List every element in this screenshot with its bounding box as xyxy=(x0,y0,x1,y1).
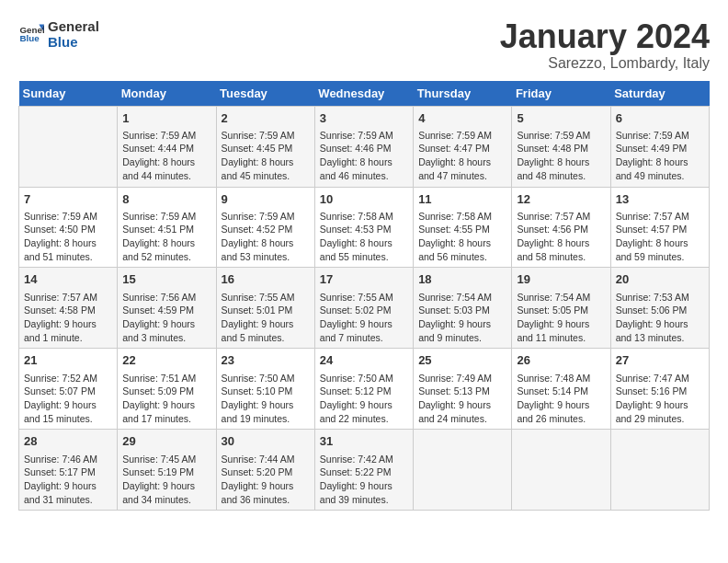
calendar-cell: 11Sunrise: 7:58 AMSunset: 4:55 PMDayligh… xyxy=(414,187,512,268)
col-tuesday: Tuesday xyxy=(216,81,314,107)
day-number: 19 xyxy=(517,271,605,288)
calendar-cell: 23Sunrise: 7:50 AMSunset: 5:10 PMDayligh… xyxy=(216,349,314,430)
calendar-cell: 1Sunrise: 7:59 AMSunset: 4:44 PMDaylight… xyxy=(118,106,216,187)
day-number: 3 xyxy=(320,110,408,127)
month-title: January 2024 xyxy=(500,18,710,55)
calendar-cell: 14Sunrise: 7:57 AMSunset: 4:58 PMDayligh… xyxy=(19,268,118,349)
day-info: Sunrise: 7:56 AMSunset: 4:59 PMDaylight:… xyxy=(122,291,210,345)
day-number: 25 xyxy=(418,352,506,369)
day-info: Sunrise: 7:55 AMSunset: 5:01 PMDaylight:… xyxy=(222,291,310,345)
logo: General Blue General Blue xyxy=(18,18,99,50)
calendar-cell: 20Sunrise: 7:53 AMSunset: 5:06 PMDayligh… xyxy=(610,268,709,349)
day-number: 24 xyxy=(320,352,408,369)
calendar-cell: 30Sunrise: 7:44 AMSunset: 5:20 PMDayligh… xyxy=(216,430,314,511)
day-info: Sunrise: 7:44 AMSunset: 5:20 PMDaylight:… xyxy=(222,453,310,507)
calendar-week-3: 14Sunrise: 7:57 AMSunset: 4:58 PMDayligh… xyxy=(19,268,710,349)
day-number: 30 xyxy=(222,433,310,450)
day-number: 10 xyxy=(320,191,408,208)
calendar-cell: 15Sunrise: 7:56 AMSunset: 4:59 PMDayligh… xyxy=(118,268,216,349)
day-info: Sunrise: 7:59 AMSunset: 4:50 PMDaylight:… xyxy=(24,210,112,264)
day-number: 2 xyxy=(222,110,310,127)
day-info: Sunrise: 7:48 AMSunset: 5:14 PMDaylight:… xyxy=(517,372,605,426)
day-number: 20 xyxy=(616,271,704,288)
day-number: 15 xyxy=(122,271,210,288)
calendar-cell: 9Sunrise: 7:59 AMSunset: 4:52 PMDaylight… xyxy=(216,187,314,268)
logo-icon: General Blue xyxy=(18,21,44,47)
day-info: Sunrise: 7:47 AMSunset: 5:16 PMDaylight:… xyxy=(616,372,704,426)
logo-text-line2: Blue xyxy=(48,34,99,50)
column-headers: Sunday Monday Tuesday Wednesday Thursday… xyxy=(19,81,710,107)
day-info: Sunrise: 7:57 AMSunset: 4:56 PMDaylight:… xyxy=(517,210,605,264)
calendar-cell: 28Sunrise: 7:46 AMSunset: 5:17 PMDayligh… xyxy=(19,430,118,511)
calendar-cell: 4Sunrise: 7:59 AMSunset: 4:47 PMDaylight… xyxy=(414,106,512,187)
day-info: Sunrise: 7:55 AMSunset: 5:02 PMDaylight:… xyxy=(320,291,408,345)
day-number: 28 xyxy=(24,433,112,450)
calendar-week-1: 1Sunrise: 7:59 AMSunset: 4:44 PMDaylight… xyxy=(19,106,710,187)
calendar-cell xyxy=(610,430,709,511)
calendar-cell: 31Sunrise: 7:42 AMSunset: 5:22 PMDayligh… xyxy=(314,430,413,511)
day-number: 31 xyxy=(320,433,408,450)
calendar-cell: 8Sunrise: 7:59 AMSunset: 4:51 PMDaylight… xyxy=(118,187,216,268)
day-info: Sunrise: 7:59 AMSunset: 4:45 PMDaylight:… xyxy=(222,129,310,183)
day-number: 9 xyxy=(222,191,310,208)
day-info: Sunrise: 7:50 AMSunset: 5:12 PMDaylight:… xyxy=(320,372,408,426)
day-number: 29 xyxy=(122,433,210,450)
page-header: General Blue General Blue January 2024 S… xyxy=(18,18,710,72)
day-number: 23 xyxy=(222,352,310,369)
col-wednesday: Wednesday xyxy=(314,81,413,107)
svg-text:Blue: Blue xyxy=(19,33,40,43)
calendar-cell xyxy=(512,430,610,511)
day-number: 18 xyxy=(418,271,506,288)
day-number: 7 xyxy=(24,191,112,208)
calendar-cell: 22Sunrise: 7:51 AMSunset: 5:09 PMDayligh… xyxy=(118,349,216,430)
day-info: Sunrise: 7:59 AMSunset: 4:51 PMDaylight:… xyxy=(122,210,210,264)
col-sunday: Sunday xyxy=(19,81,118,107)
day-number: 8 xyxy=(122,191,210,208)
day-info: Sunrise: 7:59 AMSunset: 4:52 PMDaylight:… xyxy=(222,210,310,264)
day-info: Sunrise: 7:57 AMSunset: 4:58 PMDaylight:… xyxy=(24,291,112,345)
day-info: Sunrise: 7:57 AMSunset: 4:57 PMDaylight:… xyxy=(616,210,704,264)
calendar-table: Sunday Monday Tuesday Wednesday Thursday… xyxy=(18,81,710,511)
day-info: Sunrise: 7:50 AMSunset: 5:10 PMDaylight:… xyxy=(222,372,310,426)
day-info: Sunrise: 7:45 AMSunset: 5:19 PMDaylight:… xyxy=(122,453,210,507)
day-info: Sunrise: 7:59 AMSunset: 4:46 PMDaylight:… xyxy=(320,129,408,183)
logo-text-line1: General xyxy=(48,18,99,34)
day-number: 16 xyxy=(222,271,310,288)
calendar-cell: 10Sunrise: 7:58 AMSunset: 4:53 PMDayligh… xyxy=(314,187,413,268)
day-number: 6 xyxy=(616,110,704,127)
calendar-cell: 18Sunrise: 7:54 AMSunset: 5:03 PMDayligh… xyxy=(414,268,512,349)
calendar-cell: 21Sunrise: 7:52 AMSunset: 5:07 PMDayligh… xyxy=(19,349,118,430)
day-info: Sunrise: 7:54 AMSunset: 5:03 PMDaylight:… xyxy=(418,291,506,345)
day-info: Sunrise: 7:58 AMSunset: 4:53 PMDaylight:… xyxy=(320,210,408,264)
col-saturday: Saturday xyxy=(610,81,709,107)
day-number: 11 xyxy=(418,191,506,208)
calendar-cell xyxy=(414,430,512,511)
calendar-cell: 24Sunrise: 7:50 AMSunset: 5:12 PMDayligh… xyxy=(314,349,413,430)
day-info: Sunrise: 7:42 AMSunset: 5:22 PMDaylight:… xyxy=(320,453,408,507)
day-info: Sunrise: 7:54 AMSunset: 5:05 PMDaylight:… xyxy=(517,291,605,345)
day-number: 27 xyxy=(616,352,704,369)
calendar-week-2: 7Sunrise: 7:59 AMSunset: 4:50 PMDaylight… xyxy=(19,187,710,268)
day-info: Sunrise: 7:52 AMSunset: 5:07 PMDaylight:… xyxy=(24,372,112,426)
calendar-cell: 17Sunrise: 7:55 AMSunset: 5:02 PMDayligh… xyxy=(314,268,413,349)
calendar-cell: 7Sunrise: 7:59 AMSunset: 4:50 PMDaylight… xyxy=(19,187,118,268)
day-number: 21 xyxy=(24,352,112,369)
calendar-cell: 3Sunrise: 7:59 AMSunset: 4:46 PMDaylight… xyxy=(314,106,413,187)
calendar-week-4: 21Sunrise: 7:52 AMSunset: 5:07 PMDayligh… xyxy=(19,349,710,430)
day-number: 12 xyxy=(517,191,605,208)
calendar-cell xyxy=(19,106,118,187)
day-number: 26 xyxy=(517,352,605,369)
day-info: Sunrise: 7:59 AMSunset: 4:49 PMDaylight:… xyxy=(616,129,704,183)
title-block: January 2024 Sarezzo, Lombardy, Italy xyxy=(500,18,710,72)
day-number: 22 xyxy=(122,352,210,369)
day-number: 4 xyxy=(418,110,506,127)
day-info: Sunrise: 7:51 AMSunset: 5:09 PMDaylight:… xyxy=(122,372,210,426)
calendar-cell: 29Sunrise: 7:45 AMSunset: 5:19 PMDayligh… xyxy=(118,430,216,511)
calendar-cell: 26Sunrise: 7:48 AMSunset: 5:14 PMDayligh… xyxy=(512,349,610,430)
calendar-cell: 13Sunrise: 7:57 AMSunset: 4:57 PMDayligh… xyxy=(610,187,709,268)
calendar-cell: 2Sunrise: 7:59 AMSunset: 4:45 PMDaylight… xyxy=(216,106,314,187)
day-number: 13 xyxy=(616,191,704,208)
col-friday: Friday xyxy=(512,81,610,107)
day-number: 14 xyxy=(24,271,112,288)
col-thursday: Thursday xyxy=(414,81,512,107)
